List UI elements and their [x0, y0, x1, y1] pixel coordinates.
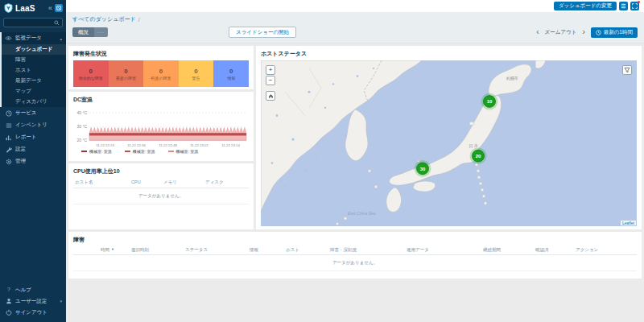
- dashboard-page-tab[interactable]: 概況 ···: [72, 27, 108, 38]
- sidebar-footer-group-signout: サインアウト: [0, 307, 66, 318]
- map-basemap: 札幌市 日本 East China Sea 102030: [261, 60, 637, 226]
- severity-cell-3[interactable]: 0警告: [179, 60, 214, 87]
- time-range-selector-button[interactable]: 最新の1時間: [591, 27, 638, 38]
- sidebar-section-label: レポート: [15, 134, 36, 141]
- sidebar-footer-group-user-settings: ユーザー設定▾: [0, 295, 66, 307]
- svg-text:40 °C: 40 °C: [76, 110, 87, 115]
- severity-count: 0: [159, 68, 163, 75]
- sidebar-section-label: 管理: [15, 158, 26, 165]
- severity-cell-1[interactable]: 0重度の障害: [109, 60, 144, 87]
- problems-column-header-4[interactable]: ホスト: [286, 247, 299, 253]
- search-input[interactable]: [6, 20, 54, 25]
- svg-text:11-22 23:14: 11-22 23:14: [221, 143, 240, 147]
- severity-cell-2[interactable]: 0軽度の障害: [143, 60, 179, 87]
- time-forward-arrow-icon[interactable]: ›: [582, 28, 584, 36]
- sidebar-section-label: ヘルプ: [15, 287, 31, 294]
- problems-column-header-2[interactable]: ステータス: [185, 247, 208, 253]
- svg-text:11-22 23:01: 11-22 23:01: [190, 143, 208, 147]
- map-filter-button[interactable]: [622, 65, 632, 75]
- severity-cell-0[interactable]: 0致命的な障害: [73, 60, 109, 87]
- sidebar-section-reports[interactable]: レポート: [2, 131, 66, 143]
- japan-map[interactable]: 札幌市 日本 East China Sea 102030 + −: [261, 60, 637, 226]
- severity-label: 重度の障害: [116, 76, 136, 80]
- severity-widget-title: 障害発生状況: [73, 50, 249, 58]
- tab-kebab-menu-icon[interactable]: ···: [94, 27, 108, 38]
- problems-empty-text: データがありません。: [73, 255, 637, 271]
- zoom-out-button[interactable]: ズームアウト: [545, 29, 577, 36]
- start-slideshow-button[interactable]: スライドショーの開始: [229, 27, 296, 39]
- leaflet-attribution[interactable]: Leaflet: [621, 221, 636, 225]
- sidebar-section-user-settings[interactable]: ユーザー設定▾: [2, 295, 66, 307]
- sidebar-section-configuration[interactable]: 設定: [2, 143, 66, 155]
- problems-column-header-7[interactable]: 継続期間: [483, 247, 501, 253]
- problems-column-header-8[interactable]: 確認済: [535, 247, 549, 253]
- problems-column-header-6[interactable]: 運用データ: [407, 247, 429, 253]
- severity-cell-4[interactable]: 0情報: [213, 60, 249, 87]
- host-cluster-marker-2[interactable]: 30: [415, 160, 431, 177]
- sidebar-section-label: サービス: [15, 109, 36, 117]
- severity-widget: 障害発生状況 0致命的な障害0重度の障害0軽度の障害0警告0情報: [68, 46, 254, 89]
- sidebar-section-help[interactable]: ?ヘルプ: [2, 284, 66, 295]
- problems-column-header-1[interactable]: 復旧時刻: [131, 247, 149, 253]
- top-header-bar: ダッシュボードの変更: [66, 0, 644, 12]
- tab-overview[interactable]: 概況: [72, 27, 94, 38]
- sidebar-section-group-configuration: 設定: [0, 143, 66, 155]
- problems-column-header-5[interactable]: 障害・深刻度: [330, 247, 357, 253]
- change-dashboard-button[interactable]: ダッシュボードの変更: [554, 2, 617, 10]
- sidebar-section-group-services: サービス: [0, 107, 66, 119]
- sidebar-section-inventory[interactable]: インベントリ: [2, 119, 66, 131]
- svg-text:11-22 22:36: 11-22 22:36: [127, 143, 146, 147]
- map-widget-title: ホストステータス: [261, 50, 637, 58]
- time-range-label: 最新の1時間: [604, 30, 633, 35]
- severity-label: 軽度の障害: [151, 76, 171, 80]
- host-cluster-marker-1[interactable]: 20: [470, 147, 487, 164]
- logo-row: LaaS «: [0, 0, 66, 15]
- map-zoom-in-button[interactable]: +: [266, 65, 275, 75]
- svg-text:30 °C: 30 °C: [76, 124, 87, 129]
- sidebar-item-problems[interactable]: 障害: [2, 55, 66, 65]
- sidebar-item-dashboard[interactable]: ダッシュボード: [2, 44, 66, 55]
- severity-label: 警告: [192, 76, 200, 80]
- map-city-label: 札幌市: [506, 76, 518, 81]
- dashboard-menu-button[interactable]: [619, 2, 628, 10]
- power-icon: [5, 309, 12, 316]
- user-icon: [5, 298, 12, 304]
- sidebar-section-label: 監視データ: [15, 35, 42, 42]
- host-cluster-marker-0[interactable]: 10: [481, 93, 498, 110]
- sidebar-item-discovery[interactable]: ディスカバリ: [2, 97, 66, 107]
- sidebar-search: [3, 18, 63, 27]
- gear-icon: [5, 159, 12, 165]
- problems-column-header-0[interactable]: 時間▼: [101, 247, 114, 253]
- laas-shield-logo-icon: [4, 3, 13, 13]
- map-zoom-out-button[interactable]: −: [266, 76, 275, 85]
- sidebar-section-group-inventory: インベントリ: [0, 119, 66, 131]
- hide-sidebar-button[interactable]: [55, 4, 63, 12]
- sidebar-section-administration[interactable]: 管理: [2, 155, 66, 167]
- problems-widget: 障害 時間▼復旧時刻ステータス情報ホスト障害・深刻度運用データ継続期間確認済アク…: [68, 232, 642, 279]
- collapse-sidebar-icon[interactable]: «: [48, 5, 52, 12]
- cpu-empty-text: データがありません。: [73, 188, 249, 204]
- sidebar-section-label: 設定: [15, 146, 26, 153]
- time-back-arrow-icon[interactable]: ‹: [536, 28, 539, 36]
- app-root: LaaS « 監視データ▴ダッシュボード障害ホスト最新データマップディスカバリサ…: [0, 0, 644, 322]
- sidebar-item-latest-data[interactable]: 最新データ: [2, 76, 66, 86]
- time-controls: ‹ ズームアウト › 最新の1時間: [536, 27, 638, 38]
- sidebar-section-signout[interactable]: サインアウト: [2, 307, 66, 318]
- notification-dot: [638, 1, 640, 3]
- sidebar-section-services[interactable]: サービス: [2, 107, 66, 119]
- sidebar-item-maps[interactable]: マップ: [2, 86, 66, 97]
- search-icon[interactable]: [54, 20, 60, 26]
- breadcrumb-all-dashboards-link[interactable]: すべてのダッシュボード: [72, 15, 136, 23]
- sidebar-section-label: ユーザー設定: [15, 298, 47, 305]
- dc-temp-chart-svg: 40 °C30 °C20 °C11-22 22:2311-22 22:3611-…: [73, 106, 249, 148]
- dc-temp-widget: DC室温 40 °C30 °C20 °C11-22 22:2311-22 22:…: [68, 92, 254, 161]
- legend-item-1: 機械室: 室温: [125, 149, 155, 154]
- sidebar-nav: 監視データ▴ダッシュボード障害ホスト最新データマップディスカバリサービスインベン…: [0, 32, 66, 167]
- fullscreen-button[interactable]: [630, 2, 639, 10]
- problems-column-header-3[interactable]: 情報: [250, 247, 258, 253]
- sidebar-item-hosts[interactable]: ホスト: [2, 65, 66, 76]
- sidebar-section-monitoring[interactable]: 監視データ▴: [2, 32, 66, 44]
- map-home-button[interactable]: [266, 91, 275, 101]
- problems-column-header-9[interactable]: アクション: [576, 247, 598, 253]
- breadcrumb: すべてのダッシュボード /: [72, 14, 638, 24]
